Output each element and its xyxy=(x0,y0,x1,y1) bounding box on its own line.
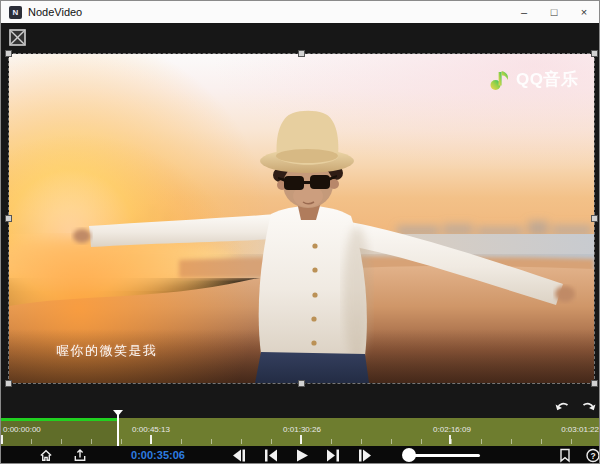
timeline-timestamp: 0:02:16:09 xyxy=(433,425,471,434)
bookmark-button[interactable] xyxy=(557,448,573,463)
minimize-button[interactable]: – xyxy=(509,1,539,23)
maximize-button[interactable]: □ xyxy=(539,1,569,23)
jeans xyxy=(255,352,369,383)
timeline-scrubber[interactable]: 0:00:00:00 0:00:45:13 0:01:30:26 0:02:16… xyxy=(1,418,600,446)
current-time: 0:00:35:06 xyxy=(131,449,185,461)
right-hand xyxy=(555,286,575,302)
shirt-button xyxy=(312,243,317,248)
slider-knob[interactable] xyxy=(402,448,416,462)
ear xyxy=(329,179,339,189)
slider-track[interactable] xyxy=(410,454,480,457)
playback-slider[interactable] xyxy=(400,448,484,463)
next-frame-button[interactable] xyxy=(358,448,373,463)
watermark-text: QQ音乐 xyxy=(516,68,578,91)
window-title: NodeVideo xyxy=(28,6,82,18)
music-note-icon xyxy=(487,67,512,92)
selection-handle[interactable] xyxy=(5,380,12,387)
skip-to-end-button[interactable] xyxy=(326,448,341,463)
previous-frame-button[interactable] xyxy=(232,448,247,463)
timeline-timestamp: 0:00:00:00 xyxy=(3,425,41,434)
shirt-button xyxy=(312,292,317,297)
skip-to-start-button[interactable] xyxy=(264,448,279,463)
svg-text:?: ? xyxy=(590,451,595,461)
boxed-x-icon[interactable] xyxy=(9,29,26,46)
shirt-button xyxy=(312,267,317,272)
selection-handle[interactable] xyxy=(298,50,305,57)
selection-handle[interactable] xyxy=(5,215,12,222)
timeline-timestamp: 0:01:30:26 xyxy=(283,425,321,434)
selection-handle[interactable] xyxy=(298,380,305,387)
title-bar: N NodeVideo – □ × xyxy=(1,1,599,23)
selection-handle[interactable] xyxy=(591,50,598,57)
home-button[interactable] xyxy=(38,448,54,463)
playhead[interactable] xyxy=(117,411,119,446)
watermark: QQ音乐 xyxy=(487,67,578,92)
transport-bar: 0:00:35:06 xyxy=(1,446,600,464)
shirt-button xyxy=(311,316,316,321)
shirt-shading xyxy=(343,226,371,362)
timeline-timestamp: 0:03:01:22 xyxy=(561,425,599,434)
video-scene xyxy=(9,54,594,383)
video-preview[interactable]: QQ音乐 喔你的微笑是我 xyxy=(9,54,594,383)
undo-icon[interactable] xyxy=(554,398,570,414)
left-hand xyxy=(73,229,91,243)
help-button[interactable]: ? xyxy=(585,448,600,463)
shirt-button xyxy=(311,340,316,345)
export-button[interactable] xyxy=(72,448,88,463)
timeline-progress-bar xyxy=(1,418,118,421)
selection-handle[interactable] xyxy=(591,380,598,387)
selection-handle[interactable] xyxy=(5,50,12,57)
hat-band xyxy=(276,149,338,163)
timeline-major-ticks xyxy=(1,435,598,444)
app-logo-icon: N xyxy=(9,6,22,19)
play-button[interactable] xyxy=(295,448,310,463)
editor-stage: QQ音乐 喔你的微笑是我 xyxy=(1,23,599,464)
app-window: N NodeVideo – □ × xyxy=(0,0,600,464)
video-subtitle: 喔你的微笑是我 xyxy=(56,342,158,360)
window-controls: – □ × xyxy=(509,1,599,23)
selection-handle[interactable] xyxy=(591,215,598,222)
redo-icon[interactable] xyxy=(581,398,597,414)
timeline-timestamp: 0:00:45:13 xyxy=(132,425,170,434)
close-button[interactable]: × xyxy=(569,1,599,23)
